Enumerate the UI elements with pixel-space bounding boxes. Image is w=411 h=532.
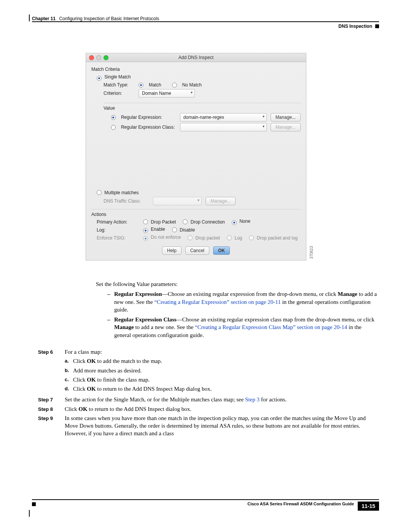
para-set-value: Set the following Value parameters: — [96, 280, 379, 288]
add-dns-inspect-dialog: Add DNS Inspect Match Criteria Single Ma… — [86, 53, 306, 260]
dns-traffic-class-label: DNS Traffic Class: — [104, 198, 149, 204]
cancel-button[interactable]: Cancel — [185, 246, 209, 255]
ok-button[interactable]: OK — [213, 246, 230, 255]
step-6b: Add more matches as desired. — [73, 367, 142, 374]
regex-class-radio[interactable] — [111, 125, 116, 130]
step-8-label: Step 8 — [38, 405, 65, 413]
page-header: Chapter 11 Configuring Inspection of Bas… — [32, 14, 379, 21]
single-match-label: Single Match — [104, 74, 131, 80]
chapter-title: Configuring Inspection of Basic Internet… — [59, 16, 159, 21]
single-match-radio[interactable] — [97, 76, 102, 81]
guide-title: Cisco ASA Series Firewall ASDM Configura… — [38, 502, 354, 506]
bullet-regex: Regular Expression—Choose an existing re… — [107, 290, 379, 313]
value-group-label: Value — [104, 103, 301, 111]
step-6d: Click OK to return to the Add DNS Inspec… — [73, 385, 212, 393]
drop-connection-radio[interactable] — [183, 219, 188, 224]
header-rule — [32, 21, 379, 22]
manage-traffic-class-button: Manage... — [206, 197, 236, 205]
tsig-do-not-enforce-radio — [143, 236, 148, 241]
actions-label: Actions — [91, 209, 301, 217]
drop-packet-radio[interactable] — [143, 219, 148, 224]
page-number: 11-15 — [358, 502, 379, 511]
link-create-regex[interactable]: “Creating a Regular Expression” section … — [154, 299, 280, 305]
step-9-text: In some cases when you have more than on… — [65, 414, 379, 438]
dialog-title: Add DNS Inspect — [86, 55, 306, 60]
multiple-matches-label: Multiple matches — [104, 190, 139, 195]
match-criteria-label: Match Criteria — [91, 67, 301, 72]
section-marker-icon — [375, 24, 379, 28]
section-title: DNS Inspection — [338, 24, 372, 29]
tsig-drop-and-log-radio — [249, 235, 254, 240]
no-match-radio[interactable] — [172, 83, 177, 88]
regex-class-label: Regular Expression Class: — [121, 125, 176, 130]
footer-marker-icon — [32, 502, 36, 506]
criterion-label: Criterion: — [104, 91, 135, 96]
regex-select[interactable]: domain-name-regex — [180, 113, 267, 121]
tsig-log-radio — [227, 235, 232, 240]
step-6-intro: For a class map: — [65, 348, 379, 356]
help-button[interactable]: Help — [162, 246, 182, 255]
log-label: Log: — [97, 227, 136, 233]
match-option-label: Match — [149, 82, 161, 88]
step-8-text: Click OK to return to the Add DNS Inspec… — [65, 405, 379, 413]
no-match-option-label: No Match — [182, 82, 202, 88]
dialog-titlebar: Add DNS Inspect — [86, 53, 306, 62]
regex-radio[interactable] — [111, 115, 116, 120]
link-create-regex-class[interactable]: “Creating a Regular Expression Class Map… — [195, 324, 347, 330]
step-6-label: Step 6 — [38, 348, 65, 394]
step-7-text: Set the action for the Single Match, or … — [65, 396, 379, 403]
match-type-label: Match Type: — [104, 82, 135, 88]
primary-action-label: Primary Action: — [97, 219, 136, 225]
log-disable-radio[interactable] — [172, 227, 177, 232]
dns-traffic-class-select — [153, 197, 202, 205]
regex-class-select[interactable] — [180, 123, 267, 131]
step-6a: Click OK to add the match to the map. — [73, 357, 162, 365]
match-radio[interactable] — [139, 83, 143, 88]
figure-number: 370623 — [309, 246, 314, 259]
chapter-label: Chapter 11 — [32, 16, 56, 21]
multiple-matches-radio[interactable] — [97, 190, 102, 195]
link-step-3[interactable]: Step 3 — [245, 396, 260, 403]
step-9-label: Step 9 — [38, 414, 65, 438]
regex-label: Regular Expression: — [121, 115, 176, 120]
none-radio[interactable] — [232, 220, 237, 225]
bullet-regex-class: Regular Expression Class—Choose an exist… — [107, 316, 379, 339]
manage-regex-button[interactable]: Manage... — [271, 113, 301, 121]
tsig-drop-packet-radio — [188, 235, 193, 240]
page-footer: Cisco ASA Series Firewall ASDM Configura… — [32, 499, 379, 511]
step-7-label: Step 7 — [38, 396, 65, 403]
step-6c: Click OK to finish the class map. — [73, 376, 150, 383]
enforce-tsig-label: Enforce TSIG: — [97, 235, 136, 241]
log-enable-radio[interactable] — [143, 228, 148, 233]
criterion-select[interactable]: Domain Name — [139, 89, 195, 97]
manage-regex-class-button: Manage... — [271, 123, 301, 131]
header-section: DNS Inspection — [338, 24, 379, 29]
